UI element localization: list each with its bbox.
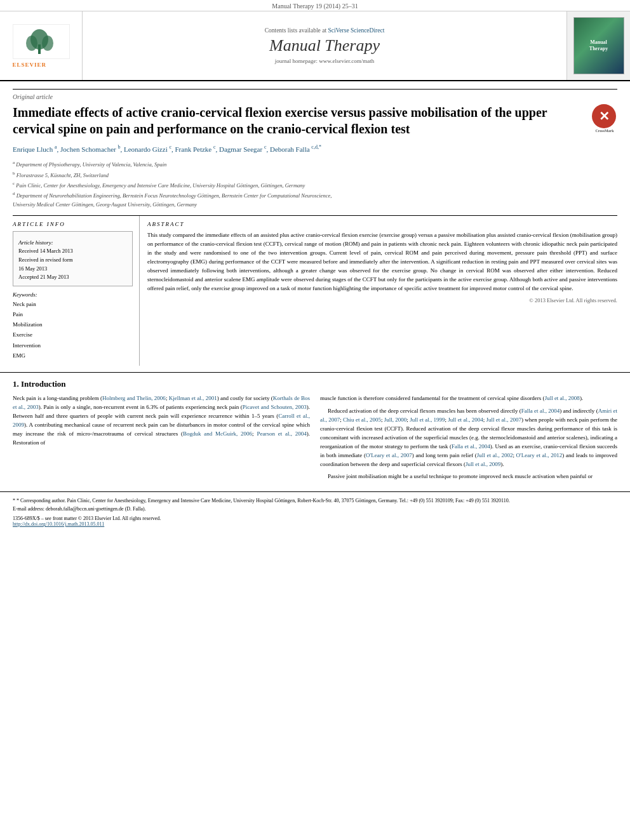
- keywords-label: Keywords:: [13, 291, 133, 298]
- svg-point-2: [26, 36, 37, 51]
- journal-cover-image: ManualTherapy: [573, 17, 624, 74]
- authors-line: Enrique Lluch a, Jochen Schomacher b, Le…: [13, 143, 617, 154]
- crossmark-icon: ✕: [592, 104, 616, 128]
- info-abstract-section: Article Info Article history: Received 1…: [13, 215, 617, 366]
- abstract-copyright: © 2013 Elsevier Ltd. All rights reserved…: [147, 297, 617, 303]
- keyword-item: Mobilization: [13, 319, 133, 330]
- intro-right-para-1: muscle function is therefore considered …: [320, 394, 617, 403]
- intro-left-column: Neck pain is a long-standing problem (Ho…: [13, 394, 310, 485]
- article-info-heading: Article Info: [13, 221, 133, 227]
- affiliation-d: d Department of Neurorehabilitation Engi…: [13, 190, 617, 209]
- keyword-item: EMG: [13, 350, 133, 361]
- intro-right-para-3: Passive joint mobilisation might be a us…: [320, 472, 617, 481]
- abstract-text: This study compared the immediate effect…: [147, 231, 617, 293]
- crossmark-label: CrossMark: [592, 129, 617, 134]
- journal-header: ELSEVIER Contents lists available at Sci…: [0, 11, 630, 81]
- crossmark-badge[interactable]: ✕ CrossMark: [592, 104, 617, 130]
- issn-line: 1356-689X/$ – see front matter © 2013 El…: [13, 516, 617, 527]
- keyword-item: Neck pain: [13, 299, 133, 309]
- keyword-item: Exercise: [13, 330, 133, 340]
- elsevier-wordmark: ELSEVIER: [13, 62, 70, 68]
- svg-point-3: [42, 36, 53, 51]
- affiliations-section: a Department of Physiotherapy, Universit…: [13, 159, 617, 209]
- intro-right-para-2: Reduced activation of the deep cervical …: [320, 407, 617, 469]
- article-content-area: Original article Immediate effects of ac…: [0, 81, 630, 366]
- abstract-column: Abstract This study compared the immedia…: [140, 216, 617, 366]
- keyword-item: Intervention: [13, 340, 133, 350]
- article-section-label: Original article: [13, 89, 617, 100]
- journal-name: Manual Therapy: [269, 36, 380, 55]
- intro-body-columns: Neck pain is a long-standing problem (Ho…: [13, 394, 617, 485]
- affiliation-a: a Department of Physiotherapy, Universit…: [13, 159, 617, 169]
- article-title-area: Immediate effects of active cranio-cervi…: [13, 104, 617, 137]
- affiliation-c: c Pain Clinic, Center for Anesthesiology…: [13, 180, 617, 190]
- article-title-text: Immediate effects of active cranio-cervi…: [13, 105, 547, 136]
- footnote-email: E-mail address: deborah.falla@bccn.uni-g…: [13, 505, 617, 513]
- journal-citation: Manual Therapy 19 (2014) 25–31: [272, 3, 358, 10]
- introduction-section: 1. Introduction Neck pain is a long-stan…: [0, 379, 630, 485]
- elsevier-tree-icon: [16, 25, 67, 57]
- journal-cover-area: ManualTherapy: [566, 11, 630, 80]
- sciverse-link[interactable]: Contents lists available at SciVerse Sci…: [265, 27, 385, 34]
- history-label: Article history:: [18, 239, 127, 246]
- keywords-list: Neck pain Pain Mobilization Exercise Int…: [13, 299, 133, 361]
- intro-heading: 1. Introduction: [13, 379, 617, 389]
- intro-right-column: muscle function is therefore considered …: [320, 394, 617, 485]
- article-info-column: Article Info Article history: Received 1…: [13, 216, 140, 366]
- article-history-box: Article history: Received 14 March 2013 …: [13, 231, 133, 286]
- journal-title-area: Contents lists available at SciVerse Sci…: [83, 11, 566, 80]
- footnote-star-text: * * Corresponding author. Pain Clinic, C…: [13, 497, 617, 505]
- journal-citation-bar: Manual Therapy 19 (2014) 25–31: [0, 0, 630, 11]
- affiliation-b: b Florastrasse 5, Küsnacht, ZH, Switzerl…: [13, 170, 617, 180]
- footnote-section: * * Corresponding author. Pain Clinic, C…: [0, 491, 630, 530]
- doi-link[interactable]: http://dx.doi.org/10.1016/j.math.2013.05…: [13, 521, 104, 527]
- journal-homepage: journal homepage: www.elsevier.com/math: [275, 58, 374, 64]
- intro-paragraph-1: Neck pain is a long-standing problem (Ho…: [13, 394, 310, 448]
- cover-title: ManualTherapy: [589, 39, 608, 53]
- abstract-heading: Abstract: [147, 221, 617, 227]
- elsevier-logo-area: ELSEVIER: [0, 11, 83, 80]
- received-date: Received 14 March 2013 Received in revis…: [18, 247, 127, 281]
- keyword-item: Pain: [13, 309, 133, 319]
